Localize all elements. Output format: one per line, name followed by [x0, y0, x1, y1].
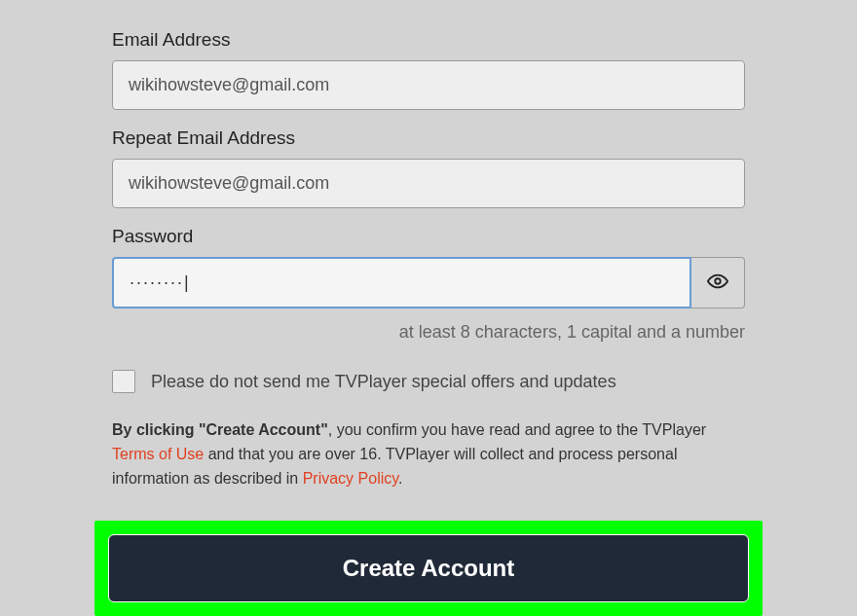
repeat-email-label: Repeat Email Address — [112, 127, 745, 149]
svg-point-0 — [715, 278, 721, 284]
password-row — [112, 257, 745, 308]
repeat-email-input[interactable] — [112, 159, 745, 208]
legal-part1: , you confirm you have read and agree to… — [328, 421, 706, 438]
legal-part3: . — [398, 470, 402, 487]
marketing-checkbox[interactable] — [112, 370, 135, 393]
highlight-frame: Create Account — [94, 521, 763, 616]
eye-icon — [707, 271, 728, 295]
legal-bold: By clicking "Create Account" — [112, 421, 328, 438]
password-label: Password — [112, 226, 745, 247]
password-field-group: Password at least 8 characters, 1 capita… — [112, 226, 745, 343]
marketing-checkbox-label: Please do not send me TVPlayer special o… — [151, 372, 616, 392]
repeat-email-field-group: Repeat Email Address — [112, 127, 745, 208]
password-hint: at least 8 characters, 1 capital and a n… — [112, 322, 745, 343]
email-field-group: Email Address — [112, 29, 745, 110]
marketing-checkbox-row: Please do not send me TVPlayer special o… — [112, 370, 745, 393]
privacy-policy-link[interactable]: Privacy Policy — [303, 470, 398, 487]
email-label: Email Address — [112, 29, 745, 51]
create-account-button[interactable]: Create Account — [108, 534, 749, 602]
terms-of-use-link[interactable]: Terms of Use — [112, 446, 204, 462]
legal-text: By clicking "Create Account", you confir… — [112, 418, 745, 490]
password-input[interactable] — [112, 257, 691, 308]
email-input[interactable] — [112, 60, 745, 110]
signup-form: Email Address Repeat Email Address Passw… — [0, 0, 857, 490]
show-password-button[interactable] — [691, 257, 745, 308]
